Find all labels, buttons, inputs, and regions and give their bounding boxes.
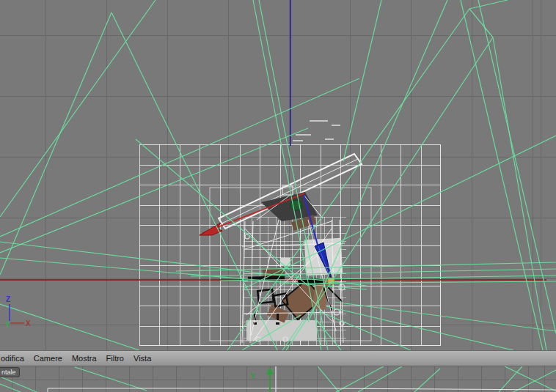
- bottom-y-axis-arrow: [266, 367, 274, 374]
- viewport-3d-main[interactable]: Z X Y: [0, 0, 556, 350]
- viewport-name-tooltip: ntale: [0, 367, 20, 377]
- scene-wireframe-overlay: [0, 0, 556, 350]
- application-window: Z X Y odifica Camere Mostra Filtro Vista…: [0, 0, 556, 392]
- menu-item-filtro[interactable]: Filtro: [106, 351, 124, 366]
- distant-geometry-dashes: [293, 121, 340, 141]
- red-axis-arrow[interactable]: [200, 223, 222, 235]
- viewport-menu-bar: odifica Camere Mostra Filtro Vista: [0, 350, 556, 366]
- menu-item-vista[interactable]: Vista: [133, 351, 151, 366]
- model-3d[interactable]: [200, 154, 362, 343]
- menu-item-camere[interactable]: Camere: [34, 351, 62, 366]
- axis-triad: Z X Y: [1, 292, 40, 334]
- axis-x-label: X: [26, 319, 31, 328]
- axis-z-label: Z: [6, 295, 10, 303]
- bottom-y-axis-label: Y: [250, 371, 256, 380]
- bottom-white-geometry: [48, 366, 556, 392]
- green-wireframe-lines: [0, 0, 556, 350]
- bottom-wireframe-overlay: Y: [0, 366, 556, 392]
- menu-item-mostra[interactable]: Mostra: [72, 351, 97, 366]
- axis-y-label: Y: [5, 321, 10, 329]
- menu-item-modifica[interactable]: odifica: [1, 351, 24, 366]
- viewport-3d-bottom[interactable]: ntale Y: [0, 366, 556, 392]
- world-axes: [0, 0, 546, 280]
